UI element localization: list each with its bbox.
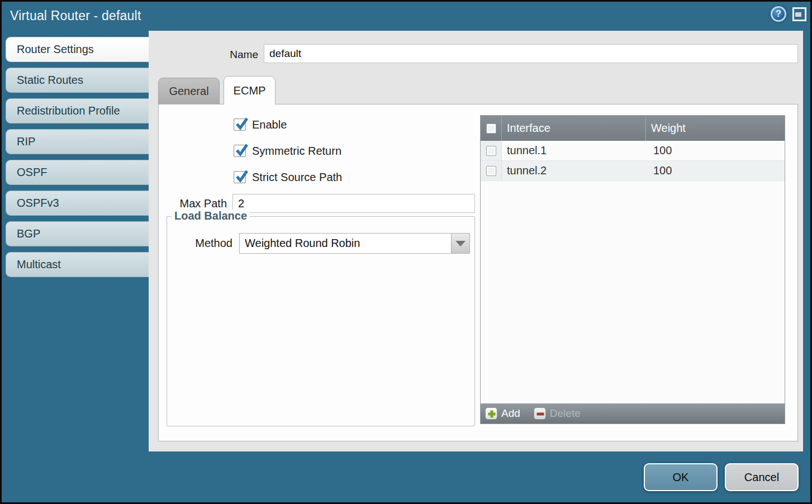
enable-option-row: Enable (234, 117, 287, 132)
strict-source-path-option-row: Strict Source Path (234, 169, 342, 185)
enable-label: Enable (252, 118, 287, 131)
enable-checkbox[interactable] (234, 118, 246, 131)
strict-source-path-label: Strict Source Path (252, 171, 342, 184)
symmetric-return-checkbox[interactable] (234, 145, 246, 157)
table-row[interactable]: tunnel.1 100 (481, 141, 785, 161)
help-icon[interactable]: ? (771, 6, 786, 22)
header-checkbox-cell (481, 116, 502, 141)
load-balance-legend: Load Balance (172, 210, 250, 222)
strict-source-path-checkbox[interactable] (234, 171, 246, 183)
title-bar: Virtual Router - default ? (2, 2, 810, 31)
delete-minus-icon (534, 407, 546, 420)
interface-cell: tunnel.2 (502, 161, 646, 180)
method-label: Method (167, 233, 232, 253)
method-dropdown-button[interactable] (451, 234, 469, 253)
sidebar-item-bgp[interactable]: BGP (6, 221, 149, 246)
method-selected-value: Weighted Round Robin (245, 234, 360, 253)
sidebar-item-rip[interactable]: RIP (6, 129, 149, 154)
sidebar: Router Settings Static Routes Redistribu… (6, 37, 149, 283)
restore-window-icon[interactable] (792, 7, 806, 21)
method-dropdown[interactable]: Weighted Round Robin (239, 233, 470, 254)
delete-button-label: Delete (550, 407, 581, 420)
content-area: Name General ECMP Enable (149, 31, 803, 451)
sidebar-item-static-routes[interactable]: Static Routes (6, 68, 149, 93)
sidebar-item-router-settings[interactable]: Router Settings (6, 37, 149, 62)
table-header: Interface Weight (481, 116, 785, 141)
row-checkbox[interactable] (486, 146, 496, 156)
tab-ecmp[interactable]: ECMP (224, 76, 276, 104)
dialog-title: Virtual Router - default (10, 8, 141, 23)
sidebar-item-multicast[interactable]: Multicast (6, 252, 149, 277)
name-label: Name (149, 45, 258, 64)
ecmp-tab-panel: Enable Symmetric Return Strict Source Pa… (158, 104, 798, 441)
sidebar-item-redistribution-profile[interactable]: Redistribution Profile (6, 98, 149, 123)
cancel-button[interactable]: Cancel (725, 463, 799, 491)
table-toolbar: Add Delete (481, 403, 785, 424)
row-checkbox-cell (481, 161, 502, 180)
sidebar-item-ospfv3[interactable]: OSPFv3 (6, 191, 149, 216)
check-icon (235, 169, 248, 183)
delete-button[interactable]: Delete (534, 407, 581, 420)
row-checkbox-cell (481, 141, 502, 160)
interface-table: Interface Weight tunnel.1 100 tunnel.2 1… (480, 115, 785, 424)
weight-cell: 100 (646, 141, 785, 160)
column-header-interface[interactable]: Interface (502, 116, 646, 141)
virtual-router-dialog: Virtual Router - default ? Router Settin… (0, 0, 812, 504)
name-input[interactable] (264, 44, 798, 63)
add-button-label: Add (501, 407, 520, 420)
table-empty-area (481, 181, 785, 403)
chevron-down-icon (455, 241, 466, 246)
select-all-checkbox[interactable] (486, 123, 496, 134)
tab-general[interactable]: General (158, 78, 220, 104)
check-icon (235, 143, 248, 156)
interface-cell: tunnel.1 (502, 141, 646, 160)
add-button[interactable]: Add (485, 407, 520, 420)
row-checkbox[interactable] (486, 166, 496, 176)
ok-button[interactable]: OK (644, 463, 718, 491)
load-balance-group: Load Balance Method Weighted Round Robin (167, 216, 475, 426)
restore-window-glyph (795, 12, 801, 17)
weight-cell: 100 (646, 161, 785, 180)
table-row[interactable]: tunnel.2 100 (481, 161, 785, 181)
symmetric-return-option-row: Symmetric Return (234, 143, 341, 159)
max-path-input[interactable] (232, 194, 475, 213)
symmetric-return-label: Symmetric Return (252, 145, 341, 158)
add-plus-icon (485, 407, 497, 420)
sidebar-item-ospf[interactable]: OSPF (6, 160, 149, 185)
check-icon (235, 117, 248, 130)
column-header-weight[interactable]: Weight (646, 116, 785, 141)
